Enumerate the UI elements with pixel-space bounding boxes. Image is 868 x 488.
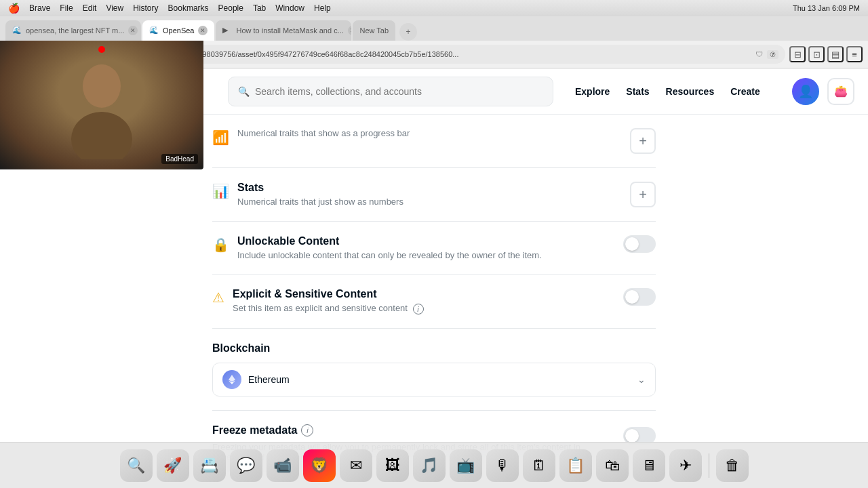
freeze-header: Freeze metadata i [212, 424, 610, 436]
nav-explore[interactable]: Explore [575, 86, 610, 97]
levels-desc: Numerical traits that show as a progress… [237, 128, 410, 138]
dock-trash[interactable]: 🗑 [716, 449, 749, 482]
add-stats-button[interactable]: + [630, 182, 656, 207]
menu-window[interactable]: Window [275, 3, 304, 13]
new-tab-button[interactable]: + [399, 23, 417, 41]
browser-tab-1[interactable]: 🌊 opensea, the largest NFT m... ✕ [5, 20, 141, 41]
dock-finder[interactable]: 🔍 [120, 449, 153, 482]
dock-appstore[interactable]: 🛍 [596, 449, 629, 482]
menu-bookmarks[interactable]: Bookmarks [168, 3, 209, 13]
tab-label-1: opensea, the largest NFT m... [26, 26, 124, 35]
menu-people[interactable]: People [218, 3, 243, 13]
menu-view[interactable]: View [106, 3, 123, 13]
search-bar[interactable]: 🔍 [228, 77, 553, 106]
dock-mail[interactable]: ✉ [340, 449, 372, 482]
svg-point-2 [83, 64, 121, 108]
dock-launchpad[interactable]: 🚀 [157, 449, 189, 482]
macos-time: Thu 13 Jan 6:09 PM [793, 4, 860, 12]
dock-facetime[interactable]: 📹 [267, 449, 299, 482]
dock-telegram[interactable]: ✈ [669, 449, 702, 482]
menu-file[interactable]: File [60, 3, 73, 13]
dock-contacts[interactable]: 📇 [193, 449, 226, 482]
dock: 🔍 🚀 📇 💬 📹 🦁 ✉ 🖼 🎵 📺 🎙 🗓 📋 🛍 🖥 ✈ 🗑 [0, 442, 868, 488]
tab-favicon-2: 🌊 [149, 26, 159, 35]
search-input[interactable] [255, 86, 543, 97]
nav-stats[interactable]: Stats [626, 86, 649, 97]
add-levels-button[interactable]: + [630, 128, 656, 154]
unlockable-toggle[interactable] [623, 235, 656, 253]
dock-divider [709, 453, 709, 478]
explicit-title: Explicit & Sensitive Content [233, 288, 424, 300]
shields-icon: 🛡 [755, 50, 763, 58]
browser-tab-3[interactable]: ▶ How to install MetaMask and c... ✕ [216, 20, 351, 41]
dock-photos[interactable]: 🖼 [376, 449, 409, 482]
stats-icon: 📊 [212, 183, 229, 199]
unlockable-title: Unlockable Content [237, 235, 542, 247]
browser-tab-2[interactable]: 🌊 OpenSea ✕ [142, 20, 214, 41]
stats-section: 📊 Stats Numerical traits that just show … [212, 168, 656, 222]
macos-status-bar: Thu 13 Jan 6:09 PM [793, 4, 860, 12]
recording-indicator [98, 46, 105, 53]
menu-button[interactable]: ≡ [846, 46, 863, 62]
dock-messages[interactable]: 💬 [230, 449, 262, 482]
unlockable-section-header: 🔒 Unlockable Content Include unlockable … [212, 235, 656, 260]
levels-section: 📶 Numerical traits that show as a progre… [212, 115, 656, 168]
nav-create[interactable]: Create [730, 86, 760, 97]
dock-podcasts[interactable]: 🎙 [486, 449, 519, 482]
tab-bar: 🌊 opensea, the largest NFT m... ✕ 🌊 Open… [0, 16, 868, 41]
menu-history[interactable]: History [133, 3, 158, 13]
wallet-icon: 👛 [834, 85, 848, 98]
dock-calendar[interactable]: 🗓 [523, 449, 555, 482]
dock-music[interactable]: 🎵 [413, 449, 446, 482]
unlockable-section: 🔒 Unlockable Content Include unlockable … [212, 222, 656, 274]
wallet-button[interactable]: 👛 [827, 78, 854, 105]
blockchain-section: Blockchain Ethereum ⌄ [212, 329, 656, 411]
stats-section-title-group: 📊 Stats Numerical traits that just show … [212, 182, 403, 207]
freeze-title: Freeze metadata [212, 424, 297, 436]
zoom-button[interactable]: ⊟ [789, 46, 806, 62]
tab-close-3[interactable]: ✕ [348, 26, 352, 35]
stats-desc: Numerical traits that just show as numbe… [237, 197, 403, 207]
levels-icon: 📶 [212, 129, 229, 146]
nav-actions: 👤 👛 [792, 78, 854, 105]
explicit-section-header: ⚠ Explicit & Sensitive Content Set this … [212, 288, 656, 314]
user-avatar-button[interactable]: 👤 [792, 78, 819, 105]
browser-icons: ⊟ ⊡ ▤ ≡ [789, 46, 863, 62]
avatar-emoji: 👤 [798, 84, 813, 99]
search-icon: 🔍 [238, 86, 250, 97]
menu-edit[interactable]: Edit [83, 3, 97, 13]
dock-tv[interactable]: 📺 [450, 449, 482, 482]
stats-title: Stats [237, 182, 403, 194]
macos-menu-bar: 🍎 Brave File Edit View History Bookmarks… [8, 3, 331, 14]
opensea-nav-links: Explore Stats Resources Create [575, 86, 760, 97]
dock-brave[interactable]: 🦁 [303, 449, 336, 482]
blockchain-name: Ethereum [248, 374, 631, 385]
explicit-section: ⚠ Explicit & Sensitive Content Set this … [212, 274, 656, 329]
sidebar-button[interactable]: ▤ [827, 46, 844, 62]
svg-point-1 [71, 112, 132, 159]
freeze-info-icon[interactable]: i [301, 424, 313, 436]
nav-resources[interactable]: Resources [666, 86, 715, 97]
explicit-toggle[interactable] [623, 288, 656, 306]
browser-tab-4[interactable]: New Tab [353, 20, 395, 41]
menu-help[interactable]: Help [314, 3, 331, 13]
stats-section-header: 📊 Stats Numerical traits that just show … [212, 182, 656, 207]
dock-tvapp[interactable]: 🖥 [633, 449, 665, 482]
menu-brave[interactable]: Brave [29, 3, 50, 13]
apple-menu[interactable]: 🍎 [8, 3, 20, 14]
webcam-feed [0, 41, 203, 169]
blockchain-label: Blockchain [212, 342, 656, 354]
fullscreen-button[interactable]: ⊡ [808, 46, 825, 62]
explicit-info-icon[interactable]: i [413, 304, 424, 314]
blockchain-select[interactable]: Ethereum ⌄ [212, 363, 656, 396]
webcam-overlay: BadHead [0, 41, 203, 169]
blockchain-chevron-icon: ⌄ [637, 374, 646, 385]
dock-notes[interactable]: 📋 [559, 449, 592, 482]
tab-favicon-1: 🌊 [12, 26, 22, 35]
unlockable-title-group: 🔒 Unlockable Content Include unlockable … [212, 235, 542, 260]
menu-tab[interactable]: Tab [253, 3, 266, 13]
tab-close-2[interactable]: ✕ [198, 26, 208, 35]
ethereum-icon [222, 370, 241, 389]
tab-label-4: New Tab [359, 26, 389, 35]
tab-close-1[interactable]: ✕ [128, 26, 138, 35]
